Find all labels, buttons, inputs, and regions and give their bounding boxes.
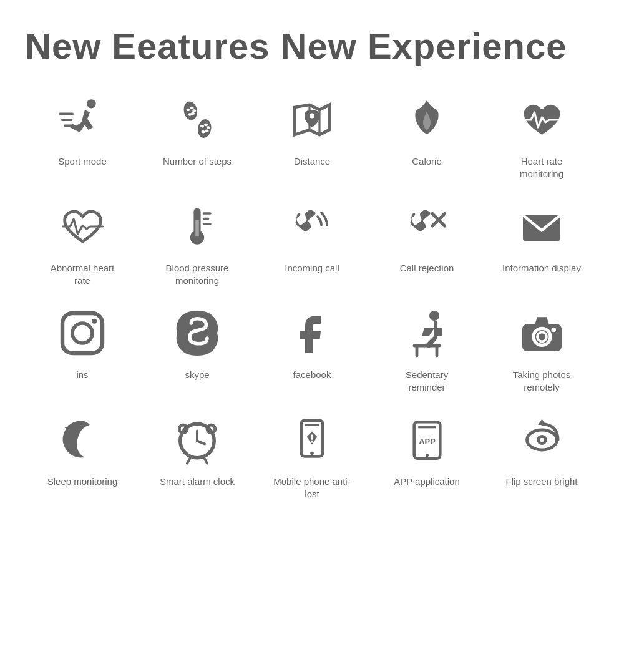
feature-item-information-display: Information display — [484, 198, 599, 286]
feature-item-facebook: facebook — [255, 305, 369, 393]
sport-mode-icon — [54, 92, 110, 148]
sedentary-reminder-icon — [399, 305, 455, 361]
facebook-label: facebook — [293, 369, 331, 381]
feature-item-sport-mode: Sport mode — [25, 92, 140, 180]
feature-item-calorie: Calorie — [369, 92, 484, 180]
svg-text:★: ★ — [64, 422, 74, 435]
skype-label: skype — [185, 369, 209, 381]
facebook-icon — [284, 305, 340, 361]
feature-item-sleep-monitoring: ★ Sleep monitoring — [25, 412, 140, 500]
svg-line-48 — [205, 459, 207, 463]
distance-icon — [284, 92, 340, 148]
feature-item-heart-rate-monitoring: Heart rate monitoring — [484, 92, 599, 180]
svg-point-30 — [72, 323, 92, 343]
svg-rect-52 — [311, 434, 313, 439]
information-display-label: Information display — [502, 262, 581, 275]
feature-item-number-of-steps: Number of steps — [140, 92, 255, 180]
svg-point-56 — [425, 453, 428, 456]
flip-screen-bright-icon — [514, 412, 570, 468]
feature-item-smart-alarm-clock: Smart alarm clock — [140, 412, 255, 500]
blood-pressure-monitoring-label: Blood pressure monitoring — [157, 262, 238, 286]
information-display-icon — [514, 198, 570, 255]
features-grid: Sport mode Number of steps Distance Calo… — [25, 92, 599, 500]
ins-icon — [54, 305, 110, 361]
feature-item-abnormal-heart-rate: Abnormal heart rate — [25, 198, 140, 286]
app-application-label: APP application — [394, 475, 460, 488]
heart-rate-monitoring-icon — [514, 92, 570, 148]
feature-item-sedentary-reminder: Sedentary reminder — [369, 305, 484, 393]
feature-item-distance: Distance — [255, 92, 369, 180]
page-title: New Eeatures New Experience — [25, 25, 599, 67]
incoming-call-label: Incoming call — [285, 262, 339, 275]
feature-item-taking-photos-remotely: Taking photos remotely — [484, 305, 599, 393]
svg-point-39 — [551, 327, 556, 332]
taking-photos-remotely-icon — [514, 305, 570, 361]
svg-point-10 — [196, 118, 212, 139]
svg-text:APP: APP — [419, 437, 436, 446]
svg-point-51 — [310, 451, 314, 455]
smart-alarm-clock-icon — [169, 412, 225, 468]
mobile-phone-anti-lost-icon — [284, 412, 340, 468]
abnormal-heart-rate-label: Abnormal heart rate — [42, 262, 123, 286]
feature-item-call-rejection: Call rejection — [369, 198, 484, 286]
feature-item-ins: ins — [25, 305, 140, 393]
sleep-monitoring-label: Sleep monitoring — [47, 475, 118, 488]
feature-item-mobile-phone-anti-lost: Mobile phone anti-lost — [255, 412, 369, 500]
svg-point-19 — [310, 114, 314, 119]
sleep-monitoring-icon: ★ — [54, 412, 110, 468]
app-application-icon: APP — [399, 412, 455, 468]
distance-label: Distance — [294, 155, 330, 168]
svg-line-47 — [187, 459, 190, 463]
feature-item-skype: skype — [140, 305, 255, 393]
ins-label: ins — [76, 369, 88, 381]
calorie-icon — [399, 92, 455, 148]
feature-item-app-application: APP APP application — [369, 412, 484, 500]
abnormal-heart-rate-icon — [54, 198, 110, 255]
sport-mode-label: Sport mode — [58, 155, 107, 168]
feature-item-incoming-call: Incoming call — [255, 198, 369, 286]
smart-alarm-clock-label: Smart alarm clock — [160, 475, 235, 488]
skype-icon — [169, 305, 225, 361]
flip-screen-bright-label: Flip screen bright — [505, 475, 577, 488]
svg-point-60 — [540, 438, 544, 442]
svg-rect-22 — [195, 220, 199, 237]
mobile-phone-anti-lost-label: Mobile phone anti-lost — [271, 475, 353, 500]
feature-item-blood-pressure-monitoring: Blood pressure monitoring — [140, 198, 255, 286]
svg-marker-61 — [538, 419, 546, 425]
svg-line-44 — [197, 441, 205, 444]
taking-photos-remotely-label: Taking photos remotely — [501, 369, 582, 393]
number-of-steps-label: Number of steps — [163, 155, 232, 168]
call-rejection-icon — [399, 198, 455, 255]
svg-point-31 — [92, 319, 97, 324]
svg-point-4 — [182, 100, 198, 120]
svg-point-53 — [311, 440, 313, 442]
feature-item-flip-screen-bright: Flip screen bright — [484, 412, 599, 500]
incoming-call-icon — [284, 198, 340, 255]
heart-rate-monitoring-label: Heart rate monitoring — [501, 155, 582, 180]
calorie-label: Calorie — [412, 155, 442, 168]
number-of-steps-icon — [169, 92, 225, 148]
svg-point-32 — [429, 311, 439, 321]
sedentary-reminder-label: Sedentary reminder — [386, 369, 467, 393]
blood-pressure-monitoring-icon — [169, 198, 225, 255]
svg-point-0 — [87, 99, 95, 108]
call-rejection-label: Call rejection — [400, 262, 454, 275]
svg-rect-29 — [62, 313, 102, 353]
